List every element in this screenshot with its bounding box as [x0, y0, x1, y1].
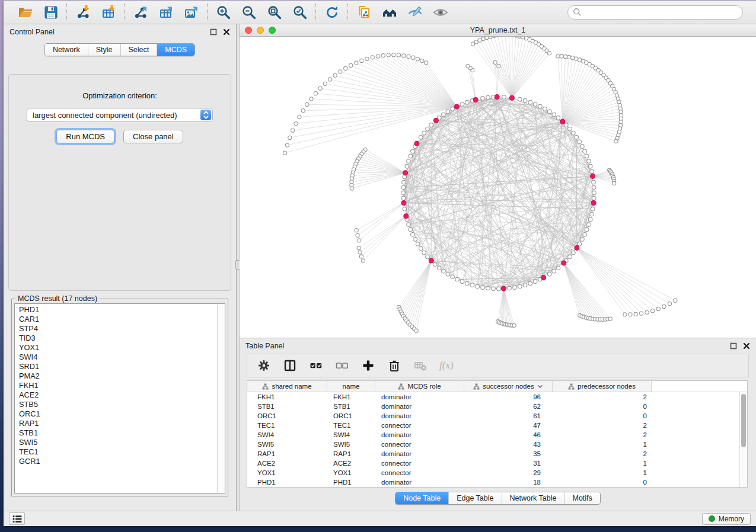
cell-predecessor-nodes: 0: [553, 412, 652, 419]
table-tab-edge-table[interactable]: Edge Table: [448, 492, 501, 504]
result-node[interactable]: TEC1: [15, 447, 216, 457]
column-header-MCDS-role[interactable]: MCDS role: [375, 381, 464, 392]
delete-row-icon[interactable]: [387, 358, 401, 373]
optimization-criterion-label: Optimization criterion:: [9, 91, 231, 100]
result-node[interactable]: ACE2: [15, 390, 216, 400]
refresh-icon[interactable]: [324, 4, 340, 20]
result-node[interactable]: RAP1: [15, 419, 216, 428]
close-panel-button[interactable]: Close panel: [123, 130, 183, 143]
zoom-fit-icon[interactable]: [266, 4, 282, 20]
zoom-in-icon[interactable]: [215, 4, 231, 20]
app-window: Control Panel NetworkStyleSelectMCDS Opt: [4, 0, 756, 526]
float-panel-icon[interactable]: [210, 28, 217, 36]
cell-shared-name: FKH1: [247, 393, 327, 400]
cell-shared-name: ORC1: [247, 412, 327, 419]
result-node[interactable]: SWI5: [15, 438, 216, 447]
table-tab-motifs[interactable]: Motifs: [564, 492, 599, 504]
cell-successor-nodes: 62: [464, 403, 553, 410]
tab-style[interactable]: Style: [88, 44, 120, 56]
table-row[interactable]: FKH1FKH1dominator962: [247, 392, 747, 402]
table-row[interactable]: SWI4SWI4dominator462: [247, 430, 747, 440]
zoom-out-icon[interactable]: [241, 4, 257, 20]
zoom-selected-icon[interactable]: [292, 4, 308, 20]
column-type-icon: [398, 383, 404, 390]
result-node[interactable]: TID3: [15, 334, 216, 343]
table-row[interactable]: YOX1YOX1connector291: [247, 468, 747, 477]
table-row[interactable]: ORC1ORC1dominator610: [247, 411, 747, 421]
result-node[interactable]: STB5: [15, 400, 216, 409]
cell-MCDS-role: dominator: [375, 403, 464, 410]
result-node[interactable]: GCR1: [15, 457, 216, 466]
show-all-icon[interactable]: [432, 4, 448, 20]
cell-successor-nodes: 96: [464, 393, 553, 400]
result-node[interactable]: PHD1: [15, 305, 216, 315]
optimization-criterion-select[interactable]: largest connected component (undirected): [27, 108, 213, 122]
node-table[interactable]: shared namenameMCDS rolesuccessor nodesp…: [247, 380, 748, 488]
deselect-all-icon[interactable]: [335, 358, 349, 373]
result-node[interactable]: CAR1: [15, 315, 216, 324]
mcds-result-list[interactable]: PHD1CAR1STP4TID3YOX1SWI4SRD1PMA2FKH1ACE2…: [14, 303, 225, 493]
import-table-icon[interactable]: [100, 4, 116, 20]
import-network-icon[interactable]: [75, 4, 91, 20]
export-network-icon[interactable]: [132, 4, 148, 20]
tab-select[interactable]: Select: [120, 44, 157, 56]
tab-mcds[interactable]: MCDS: [157, 44, 194, 56]
column-header-successor-nodes[interactable]: successor nodes: [464, 381, 553, 392]
result-list-scrollbar[interactable]: [217, 304, 225, 493]
tab-network[interactable]: Network: [45, 44, 88, 56]
result-node[interactable]: ORC1: [15, 409, 216, 419]
minimize-window-icon[interactable]: [257, 27, 264, 34]
export-image-icon[interactable]: [183, 4, 199, 20]
table-row[interactable]: PHD1PHD1dominator180: [247, 477, 747, 487]
close-panel-icon[interactable]: [223, 28, 230, 36]
settings-gear-icon[interactable]: [257, 358, 271, 373]
save-session-icon[interactable]: [43, 4, 59, 20]
first-neighbors-icon[interactable]: [381, 4, 397, 20]
open-session-icon[interactable]: [17, 4, 33, 20]
cell-predecessor-nodes: 2: [553, 431, 652, 438]
table-row[interactable]: TEC1TEC1connector472: [247, 421, 747, 430]
column-header-predecessor-nodes[interactable]: predecessor nodes: [553, 381, 652, 392]
select-all-icon[interactable]: [309, 358, 323, 373]
close-table-panel-icon[interactable]: [743, 342, 750, 350]
table-row[interactable]: SWI5SWI5connector431: [247, 440, 747, 449]
result-node[interactable]: FKH1: [15, 381, 216, 390]
table-row[interactable]: STB1STB1dominator620: [247, 402, 747, 411]
hide-selected-icon[interactable]: [407, 4, 423, 20]
table-row[interactable]: RAP1RAP1dominator352: [247, 449, 747, 459]
table-scrollbar-thumb[interactable]: [741, 394, 746, 447]
duplicate-network-icon[interactable]: [356, 4, 372, 20]
close-window-icon[interactable]: [245, 27, 252, 34]
network-canvas[interactable]: [240, 37, 756, 338]
result-node[interactable]: STB1: [15, 428, 216, 438]
memory-button[interactable]: Memory: [702, 513, 751, 525]
column-header-shared-name[interactable]: shared name: [247, 381, 327, 392]
table-scrollbar[interactable]: [739, 392, 747, 487]
table-tab-node-table[interactable]: Node Table: [395, 492, 448, 504]
cell-predecessor-nodes: 2: [553, 450, 652, 457]
search-input[interactable]: [585, 8, 738, 17]
search-box[interactable]: [567, 5, 743, 20]
table-tabs: Node TableEdge TableNetwork TableMotifs: [395, 492, 601, 505]
column-header-name[interactable]: name: [327, 381, 375, 392]
add-row-icon[interactable]: [361, 358, 375, 373]
table-tab-network-table[interactable]: Network Table: [502, 492, 564, 504]
task-history-button[interactable]: [9, 512, 25, 525]
result-node[interactable]: SRD1: [15, 362, 216, 371]
cell-MCDS-role: dominator: [375, 393, 464, 400]
table-row[interactable]: ACE2ACE2connector311: [247, 459, 747, 468]
result-node[interactable]: PMA2: [15, 371, 216, 381]
float-table-panel-icon[interactable]: [730, 342, 737, 350]
result-node[interactable]: SWI4: [15, 352, 216, 362]
network-window-title: YPA_prune.txt_1: [470, 26, 526, 34]
main-toolbar: [4, 1, 756, 24]
export-table-icon[interactable]: [158, 4, 174, 20]
cell-name: SWI4: [327, 431, 375, 438]
result-node[interactable]: YOX1: [15, 343, 216, 352]
result-node[interactable]: STP4: [15, 324, 216, 334]
network-graph[interactable]: [240, 37, 756, 338]
run-mcds-button[interactable]: Run MCDS: [56, 130, 114, 143]
column-visibility-icon[interactable]: [283, 358, 297, 373]
column-type-icon: [473, 383, 480, 390]
maximize-window-icon[interactable]: [269, 27, 276, 34]
